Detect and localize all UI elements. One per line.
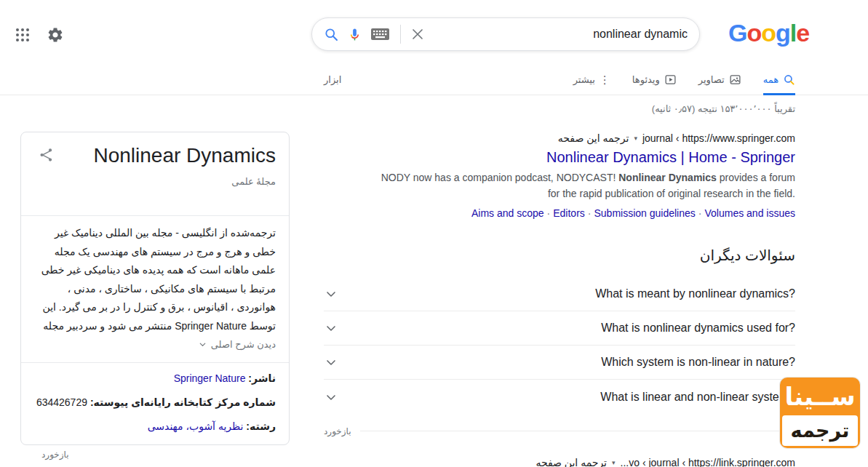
see-original-description[interactable]: دیدن شرح اصلی [198,339,276,350]
search-icon[interactable] [324,27,339,42]
chevron-down-icon[interactable] [324,321,338,335]
tab-images-label: تصاویر [698,74,725,85]
paa-question-row[interactable]: What is nonlinear dynamics used for? [324,311,795,346]
people-also-ask-section: سئوالات دیگران What is meant by nonlinea… [324,245,795,448]
chevron-down-icon[interactable] [324,355,338,370]
sitelink[interactable]: Aims and scope [471,207,544,219]
search-colored-icon [783,73,795,86]
paa-question-row[interactable]: What is linear and non-linear system? [324,380,795,414]
translate-page-link[interactable]: ترجمه این صفحه [558,132,629,144]
result-dropdown-icon[interactable]: ▾ [612,459,616,466]
tab-more-label: بیشتر [573,74,595,85]
result-breadcrumb[interactable]: ...vo ‹ journal ‹ https://link.springer.… [621,457,795,467]
sitelink[interactable]: Editors [553,207,585,219]
google-search-results-page: nonlinear dynamic Google همه تصاویر [0,0,868,467]
images-icon [729,73,741,86]
tab-bar: همه تصاویر ویدئوها ⋮ بیشتر ابزار [0,64,868,95]
sitelink-separator: · [696,207,705,219]
sitelink-separator: · [585,207,594,219]
result-stats: تقریباً ۱۵۳٬۰۰۰٬۰۰۰ نتیجه (۰٫۵۷ ثانیه) [652,103,795,114]
paa-question-text: Which system is non-linear in nature? [601,356,795,369]
paa-question-text: What is nonlinear dynamics used for? [601,322,795,335]
apps-grid-icon[interactable] [16,28,29,41]
fact-label: شماره مرکز کتابخانه رایانه‌ای پیوسته: [90,396,276,408]
chevron-down-icon[interactable] [324,390,338,404]
tab-all-label: همه [763,74,779,85]
fact-row: شماره مرکز کتابخانه رایانه‌ای پیوسته: 63… [34,395,276,410]
fact-value: 634426729 [36,396,87,408]
paa-question-row[interactable]: Which system is non-linear in nature? [324,346,795,380]
fact-label: رشته: [246,420,276,432]
translate-page-link[interactable]: ترجمه این صفحه [535,457,607,467]
knowledge-panel-feedback-link[interactable]: بازخورد [41,450,69,460]
watermark-top-text: ســینا [780,378,860,415]
more-dots-icon: ⋮ [600,73,610,87]
people-also-ask-heading: سئوالات دیگران [324,245,795,266]
share-icon[interactable] [39,147,55,163]
result-title-link[interactable]: Nonlinear Dynamics | Home - Springer [324,149,795,166]
paa-feedback-link[interactable]: بازخورد [324,426,351,436]
search-result: journal ‹ https://www.springer.com ▾ ترج… [324,132,795,219]
tab-all[interactable]: همه [763,64,795,95]
chevron-down-icon [198,340,207,349]
microphone-icon[interactable] [348,26,362,43]
searchbox-divider [400,25,401,44]
fact-label: ناشر: [248,372,276,384]
result-breadcrumb[interactable]: journal ‹ https://www.springer.com [642,132,795,144]
paa-question-row[interactable]: What is meant by nonlinear dynamics? [324,277,795,311]
clear-icon[interactable] [411,28,424,41]
result-snippet: NODY now has a companion podcast, NODYCA… [367,169,795,201]
search-box[interactable]: nonlinear dynamic [311,17,700,51]
paa-question-text: What is meant by nonlinear dynamics? [595,287,795,300]
sitelink-separator: · [544,207,554,219]
tools-button[interactable]: ابزار [324,64,341,95]
knowledge-panel-title: Nonlinear Dynamics [93,143,276,169]
paa-question-text: What is linear and non-linear system? [600,391,795,404]
sitelink[interactable]: Submission guidelines [594,207,695,219]
tab-videos-label: ویدئوها [632,74,660,85]
knowledge-panel: Nonlinear Dynamics مجلهٔ علمی ترجمه‌شده … [20,132,290,445]
keyboard-icon[interactable] [370,28,390,41]
chevron-down-icon[interactable] [324,287,338,301]
play-icon [664,73,677,86]
fact-value-link[interactable]: Springer Nature [174,372,246,384]
result-dropdown-icon[interactable]: ▾ [634,135,637,142]
fact-row: ناشر: Springer Nature [34,371,276,386]
tab-images[interactable]: تصاویر [698,64,741,95]
knowledge-panel-description: ترجمه‌شده از انگلیسی - مجله بین المللی د… [34,224,276,336]
sitelink[interactable]: Volumes and issues [704,207,795,219]
paa-feedback-row: بازخورد [324,414,795,448]
watermark-bottom-text: ترجمه [782,415,858,446]
tab-videos[interactable]: ویدئوها [632,64,677,95]
next-result-url-line: ...vo ‹ journal ‹ https://link.springer.… [324,457,795,467]
fact-value-link[interactable]: نظریه آشوب، مهندسی [148,420,244,432]
gear-icon[interactable] [47,26,64,44]
paa-divider [360,431,795,431]
divider [21,215,289,216]
divider [21,362,289,363]
sina-tarjome-watermark: ســینا ترجمه [780,378,860,448]
fact-row: رشته: نظریه آشوب، مهندسی [34,419,276,434]
result-sitelinks: Aims and scope·Editors·Submission guidel… [324,207,795,219]
google-logo[interactable]: Google [728,19,809,47]
knowledge-panel-facts: ناشر: Springer Nature شماره مرکز کتابخان… [34,371,276,443]
knowledge-panel-subtitle: مجلهٔ علمی [231,176,276,187]
search-input[interactable]: nonlinear dynamic [433,28,688,41]
result-url-line: journal ‹ https://www.springer.com ▾ ترج… [324,132,795,144]
tab-more[interactable]: ⋮ بیشتر [573,64,610,95]
